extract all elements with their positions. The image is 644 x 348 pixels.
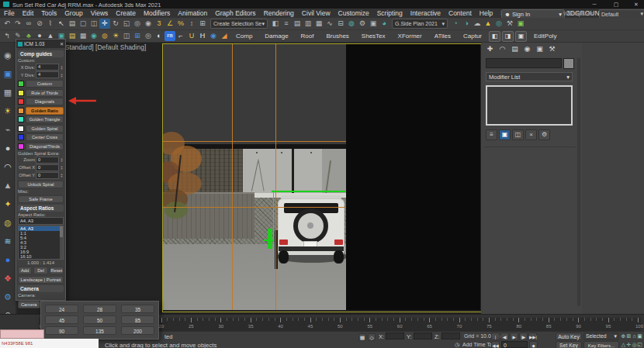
- next-frame-icon[interactable]: |▶: [519, 332, 528, 340]
- zoom-extents-all-icon[interactable]: ▣: [637, 332, 642, 340]
- use-pivot-icon[interactable]: ◉: [143, 19, 154, 29]
- minimize-button[interactable]: ─: [587, 1, 602, 8]
- unlink-icon[interactable]: ⊘: [34, 19, 45, 29]
- ribbon-icon[interactable]: ▦: [313, 19, 324, 29]
- side-light-icon[interactable]: ☀: [1, 102, 16, 120]
- x-divs-field[interactable]: 4: [36, 64, 59, 71]
- plugin-button-xformer[interactable]: XFormer: [392, 33, 428, 40]
- focal-button-50[interactable]: 50: [83, 315, 116, 324]
- current-frame-field[interactable]: 0: [501, 341, 528, 348]
- y-coord-field[interactable]: [414, 332, 432, 339]
- plugin-globe-icon[interactable]: ◉: [208, 31, 219, 41]
- view-preset-dropdown[interactable]: G.Side Plan 2021 ▾: [392, 19, 448, 29]
- focal-button-200[interactable]: 200: [121, 326, 154, 335]
- auto-key-button[interactable]: Auto Key: [556, 332, 582, 340]
- snap-toggle-3-icon[interactable]: 3: [154, 19, 164, 29]
- focal-button-45[interactable]: 45: [45, 315, 78, 324]
- create-tab[interactable]: ✚: [485, 44, 495, 54]
- prev-frame-icon[interactable]: ◀|: [500, 332, 509, 340]
- menu-group[interactable]: Group: [61, 9, 87, 17]
- plugin-corner-icon[interactable]: ⌐: [175, 31, 186, 41]
- schematic-view-icon[interactable]: ⊟: [335, 19, 346, 29]
- zoom-extents-icon[interactable]: ⌂: [632, 332, 637, 340]
- spiral-zoom-spinner[interactable]: ▴▾: [60, 157, 64, 162]
- plugin-button-brushes[interactable]: Brushes: [320, 33, 355, 40]
- guide-button-diagonals[interactable]: Diagonals: [26, 98, 64, 105]
- layer-manager-icon[interactable]: ▥: [303, 19, 313, 29]
- plugin-notes-icon[interactable]: ▤: [67, 31, 78, 41]
- guide-button-golden-ratio[interactable]: Golden Ratio: [26, 107, 64, 115]
- side-ring-icon[interactable]: ◍: [1, 213, 16, 232]
- aspect-ratio-list[interactable]: A4, A31:15:44:33:216:916:10: [18, 226, 64, 260]
- plugin-wedge-icon[interactable]: ◢: [219, 31, 230, 41]
- select-move-icon[interactable]: ✛: [99, 19, 110, 29]
- plugin-button-atiles[interactable]: ATiles: [428, 33, 457, 40]
- guide-color-swatch-center-cross[interactable]: [18, 134, 24, 140]
- rect-selection-icon[interactable]: ▢: [78, 19, 88, 29]
- maximize-viewport-icon[interactable]: ◱: [637, 341, 642, 348]
- side-plug-icon[interactable]: ⌁: [1, 120, 16, 139]
- orbit-icon[interactable]: ◎: [632, 341, 637, 348]
- pan-icon[interactable]: ✛: [626, 341, 632, 348]
- aspect-list-scrollbar[interactable]: [60, 226, 63, 259]
- menu-graph-editors[interactable]: Graph Editors: [211, 9, 259, 17]
- select-scale-icon[interactable]: ◱: [121, 19, 132, 29]
- set-key-button[interactable]: Set Key: [556, 341, 582, 348]
- menu-file[interactable]: File: [0, 9, 19, 17]
- absolute-mode-toggle[interactable]: ▦: [358, 333, 366, 341]
- plugin-contrast-icon[interactable]: ◐: [154, 31, 164, 41]
- menu-animation[interactable]: Animation: [174, 9, 211, 17]
- arnold-icon[interactable]: ◎: [493, 19, 504, 29]
- viewport-layout-b-icon[interactable]: ◨: [502, 31, 514, 42]
- icm-close-icon[interactable]: ✕: [60, 41, 64, 47]
- menu-help[interactable]: Help: [476, 9, 497, 17]
- go-end-icon[interactable]: ▶▶|: [528, 332, 537, 340]
- menu-content[interactable]: Content: [445, 9, 476, 17]
- guide-color-swatch-golden-triangle[interactable]: [18, 116, 24, 122]
- side-grid-icon[interactable]: ▦: [1, 83, 16, 102]
- mirror-icon[interactable]: ◧: [270, 19, 281, 29]
- spinner-snap-icon[interactable]: ↕: [186, 19, 197, 29]
- menu-customize[interactable]: Customize: [334, 9, 373, 17]
- prev-key-icon[interactable]: ◀◀: [491, 341, 500, 348]
- focal-button-24[interactable]: 24: [45, 305, 78, 313]
- aspect-del-button[interactable]: Del: [33, 267, 47, 274]
- render-production-icon[interactable]: ◕: [379, 19, 390, 29]
- side-palette-icon[interactable]: ❖: [1, 269, 16, 288]
- menu-modifiers[interactable]: Modifiers: [140, 9, 174, 17]
- comp-guides-header[interactable]: Comp guides: [18, 50, 64, 57]
- side-star-icon[interactable]: ✦: [1, 195, 16, 213]
- side-monitor-icon[interactable]: ▣: [1, 64, 16, 83]
- camera-header[interactable]: Camera: [18, 285, 64, 292]
- plugin-fb-icon[interactable]: FB: [164, 31, 175, 41]
- menu-interactive[interactable]: Interactive: [407, 9, 445, 17]
- plugin-button-roof[interactable]: Roof: [295, 33, 320, 40]
- side-dome-icon[interactable]: ◠: [1, 157, 16, 176]
- configure-modifier-sets-icon[interactable]: ⚙: [538, 129, 550, 140]
- key-selection-dropdown[interactable]: Selected ▾: [583, 332, 619, 340]
- side-blue-sphere-icon[interactable]: ●: [1, 250, 16, 269]
- key-mode-icon[interactable]: ◆: [529, 341, 538, 348]
- side-sphere-icon[interactable]: ●: [1, 139, 16, 157]
- unlock-spiral-button[interactable]: Unlock Spiral: [18, 181, 64, 188]
- plugin-bulb-icon[interactable]: ☀: [110, 31, 121, 41]
- undo-icon[interactable]: ↶: [2, 19, 12, 29]
- menu-create[interactable]: Create: [112, 9, 140, 17]
- menu-edit[interactable]: Edit: [19, 9, 38, 17]
- guide-color-swatch-golden-ratio[interactable]: [18, 108, 24, 114]
- guide-color-swatch-custom[interactable]: [18, 81, 24, 87]
- aspect-current-field[interactable]: A4, A3: [18, 217, 64, 225]
- menu-scripting[interactable]: Scripting: [373, 9, 407, 17]
- spiral-offset-y-field[interactable]: 0: [36, 172, 59, 179]
- pin-stack-icon[interactable]: ≡: [486, 129, 497, 140]
- guide-button-rule-of-thirds[interactable]: Rule of Thirds: [26, 89, 64, 97]
- aspect-ratios-header[interactable]: Aspect Ratios: [18, 205, 64, 212]
- play-icon[interactable]: ▶: [510, 332, 518, 340]
- menu-rendering[interactable]: Rendering: [260, 9, 298, 17]
- x-coord-field[interactable]: [386, 332, 404, 339]
- side-cone-icon[interactable]: ▲: [1, 176, 16, 195]
- render-cloud-icon[interactable]: ☁: [472, 19, 483, 29]
- maximize-button[interactable]: ▢: [608, 1, 624, 8]
- side-eye-icon[interactable]: ◉: [1, 46, 16, 64]
- select-placement-icon[interactable]: ◎: [132, 19, 143, 29]
